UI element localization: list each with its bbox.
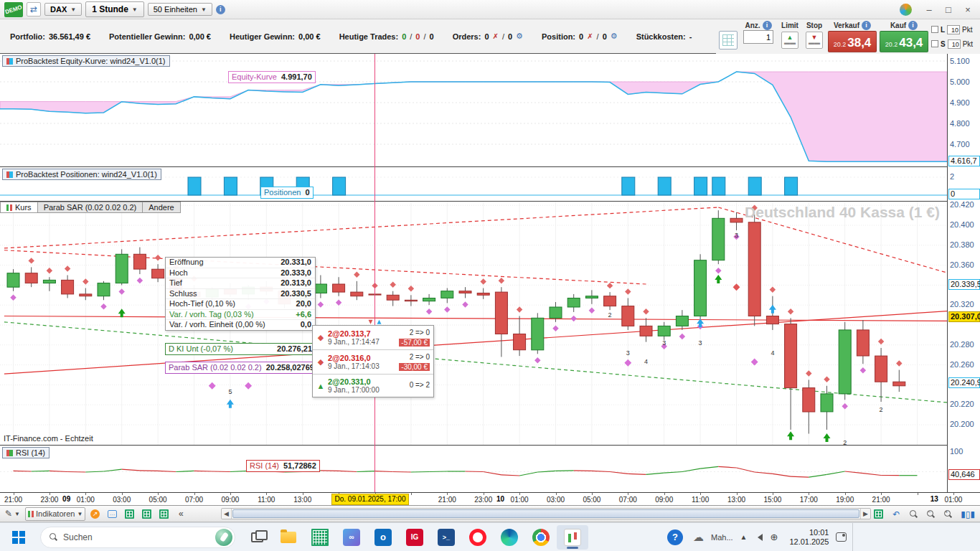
time-axis[interactable]: 21:0023:0001:0003:0005:0007:0009:0011:00… <box>0 492 980 506</box>
task-view-button[interactable] <box>241 525 273 550</box>
sell-button[interactable]: 20.2 38,4 <box>828 31 877 52</box>
axis-tick: 20.320 <box>950 300 974 309</box>
chart-area[interactable]: ProBacktest Equity-Kurve: wind24_V1.0(1)… <box>0 54 947 492</box>
price-chart-panel[interactable]: 5234333422 Deutschland 40 Kassa (1 €) Ku… <box>0 201 947 445</box>
edge-button[interactable] <box>494 525 525 550</box>
timeframe-dropdown[interactable]: 1 Stunde▼ <box>85 1 144 17</box>
notification-center-icon[interactable] <box>836 532 847 542</box>
units-dropdown[interactable]: 50 Einheiten▼ <box>148 3 212 16</box>
long-points-input[interactable]: 10 <box>947 25 960 34</box>
indicators-button[interactable]: Indikatoren▼ <box>25 507 85 521</box>
candlestick-chart[interactable]: 5234333422 <box>0 202 947 445</box>
file-explorer-button[interactable] <box>273 525 304 550</box>
help-button[interactable]: ? <box>667 529 683 545</box>
close-position-icon[interactable]: ✗ <box>587 32 593 40</box>
opera-button[interactable] <box>462 525 494 550</box>
cancel-orders-icon[interactable]: ✗ <box>493 32 499 40</box>
trade-entry[interactable]: ◆ 2@20.316,0 9 Jan., 17:14:03 2 => 0 -30… <box>313 349 433 374</box>
trade-entry[interactable]: ◆ 2@20.313,7 9 Jan., 17:14:47 2 => 0 -57… <box>313 326 433 349</box>
tab-parab-sar[interactable]: Parab SAR (0.02 0.02 0.2) <box>38 202 143 213</box>
equity-curve-label[interactable]: Equity-Kurve4.991,70 <box>228 71 316 83</box>
tab-kurs[interactable]: Kurs <box>0 202 38 213</box>
position-settings-icon[interactable]: ⚙ <box>611 32 618 41</box>
limit-order-button[interactable]: ▲▬▬ <box>781 32 798 49</box>
visual-studio-icon: ∞ <box>343 529 360 546</box>
undo-button[interactable]: ↶ <box>889 507 903 521</box>
trade-entry[interactable]: ▲ 2@20.331,0 9 Jan., 17:00:00 0 => 2 <box>313 374 433 397</box>
positions-label[interactable]: Positionen0 <box>260 187 314 199</box>
rsi-value-label[interactable]: RSI (14)51,72862 <box>246 460 320 472</box>
export-table-button[interactable] <box>156 507 171 521</box>
time-tick <box>953 493 954 495</box>
tray-expand-chevron[interactable]: ▲ <box>740 533 748 541</box>
terminal-button[interactable]: >_ <box>430 525 462 550</box>
positions-panel[interactable]: ProBacktest Positionen: wind24_V1.0(1) P… <box>0 166 947 201</box>
time-label: 23:00 <box>37 496 62 504</box>
outlook-icon: o <box>374 529 392 546</box>
chart-tabs: Kurs Parab SAR (0.02 0.02 0.2) Andere <box>0 202 181 213</box>
comment-button[interactable]: … <box>105 507 120 521</box>
backtest-table-button[interactable] <box>139 507 154 521</box>
info-icon[interactable]: i <box>908 21 918 30</box>
table-view-button[interactable] <box>122 507 137 521</box>
share-button[interactable]: ↗ <box>88 507 103 521</box>
bar-chart-button[interactable]: ▮▯▮ <box>958 507 978 521</box>
info-icon[interactable]: i <box>763 21 772 30</box>
dki-indicator-label[interactable]: D KI Unt (-0,07 %)20.276,21 <box>165 343 316 355</box>
orders-settings-icon[interactable]: ⚙ <box>516 32 523 41</box>
rsi-chart[interactable] <box>0 446 947 492</box>
stop-order-button[interactable]: ▼▬▬ <box>806 32 823 49</box>
start-button[interactable] <box>3 525 34 550</box>
show-desktop-button[interactable] <box>852 523 855 551</box>
chevron-down-icon: ▼ <box>132 6 138 13</box>
link-windows-icon[interactable]: ⇄ <box>27 2 41 17</box>
screenshot-button[interactable] <box>871 507 886 521</box>
taskbar-clock[interactable]: 10:01 12.01.2025 <box>789 528 829 547</box>
short-points-input[interactable]: 10 <box>948 39 961 49</box>
scroll-left-arrow[interactable]: ◀ <box>222 509 232 519</box>
draw-tools-button[interactable]: ✎▼ <box>2 507 23 521</box>
price-axis[interactable]: 5.1005.0004.9004.8004.7002020.42020.4002… <box>947 54 980 492</box>
order-book-button[interactable] <box>719 31 738 50</box>
search-highlight-icon[interactable] <box>215 529 232 546</box>
instrument-dropdown[interactable]: DAX▼ <box>44 3 82 16</box>
svg-text:3: 3 <box>699 339 702 347</box>
volume-icon[interactable] <box>754 534 763 541</box>
equity-curve-panel[interactable]: ProBacktest Equity-Kurve: wind24_V1.0(1)… <box>0 54 947 166</box>
maximize-button[interactable]: □ <box>941 4 956 15</box>
equity-curve-chart[interactable] <box>0 54 947 166</box>
collapse-toolbar-button[interactable]: « <box>174 507 188 521</box>
equity-panel-title[interactable]: ProBacktest Equity-Kurve: wind24_V1.0(1) <box>2 55 170 67</box>
zoom-in-button[interactable]: + <box>941 507 955 521</box>
sheets-app-button[interactable] <box>304 525 336 550</box>
onedrive-icon[interactable]: ☁ <box>693 531 704 544</box>
terminal-icon: >_ <box>438 529 455 546</box>
info-icon[interactable]: i <box>862 21 871 30</box>
quantity-input[interactable] <box>743 30 773 44</box>
tab-andere[interactable]: Andere <box>143 202 180 213</box>
zoom-area-button[interactable] <box>906 507 920 521</box>
rsi-panel-title[interactable]: RSI (14) <box>2 447 50 458</box>
rsi-panel[interactable]: RSI (14) RSI (14)51,72862 <box>0 445 947 492</box>
scroll-right-arrow[interactable]: ▶ <box>860 509 870 519</box>
trading-app-button[interactable] <box>557 525 588 550</box>
trade-history-popup: ◆ 2@20.313,7 9 Jan., 17:14:47 2 => 0 -57… <box>312 325 434 397</box>
ig-app-button[interactable]: IG <box>399 525 430 550</box>
chrome-button[interactable] <box>525 525 557 550</box>
taskbar-search[interactable]: Suchen <box>40 527 235 548</box>
chart-scrollbar[interactable]: ◀ ▶ <box>221 508 871 519</box>
network-icon[interactable]: ⊕ <box>770 532 778 542</box>
long-checkbox[interactable] <box>931 26 938 33</box>
buy-button[interactable]: 20.2 43,4 <box>880 31 928 52</box>
close-button[interactable]: × <box>960 4 976 15</box>
info-icon[interactable]: i <box>216 5 225 14</box>
zoom-out-button[interactable]: − <box>923 507 938 521</box>
parab-sar-label[interactable]: Parab SAR (0.02 0.02 0.2)20.258,02769 <box>165 362 316 374</box>
positions-panel-title[interactable]: ProBacktest Positionen: wind24_V1.0(1) <box>2 169 161 180</box>
minimize-button[interactable]: – <box>921 4 937 15</box>
short-checkbox[interactable] <box>931 40 938 47</box>
svg-text:4: 4 <box>771 349 774 357</box>
scrollbar-thumb[interactable] <box>232 509 859 518</box>
visual-studio-button[interactable]: ∞ <box>336 525 367 550</box>
outlook-button[interactable]: o <box>367 525 399 550</box>
